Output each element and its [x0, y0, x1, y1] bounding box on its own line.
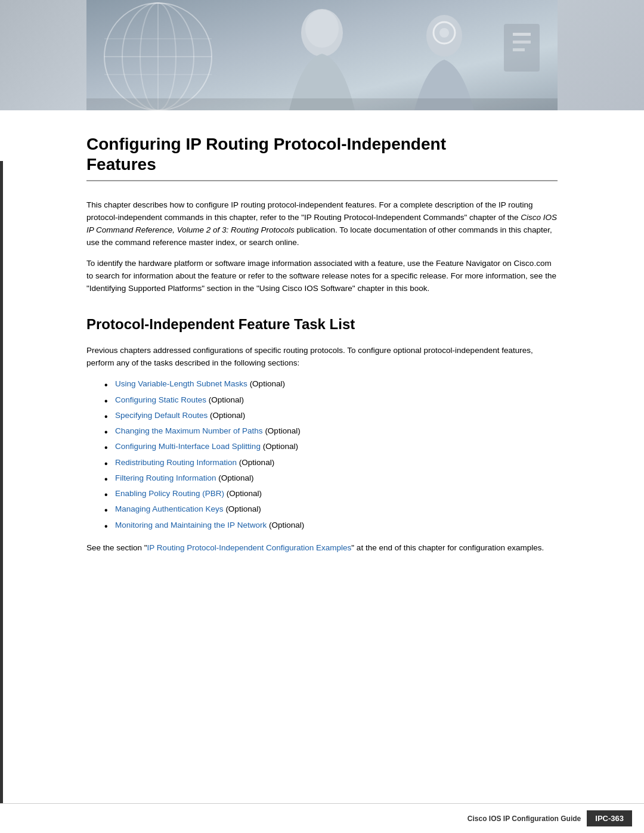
- svg-rect-14: [513, 48, 525, 51]
- list-item: Managing Authentication Keys (Optional): [104, 503, 558, 515]
- list-item: Changing the Maximum Number of Paths (Op…: [104, 425, 558, 437]
- task-link-5[interactable]: Redistributing Routing Information: [115, 458, 237, 467]
- optional-label: (Optional): [206, 395, 244, 404]
- intro-paragraph-2: To identify the hardware platform or sof…: [86, 258, 558, 295]
- section-heading: Protocol-Independent Feature Task List: [86, 316, 558, 333]
- chapter-title-section: Configuring IP Routing Protocol-Independ…: [86, 134, 558, 181]
- header-svg: [86, 0, 558, 110]
- task-link-6[interactable]: Filtering Routing Information: [115, 473, 216, 482]
- section-heading-area: Protocol-Independent Feature Task List: [86, 316, 558, 333]
- task-link-7[interactable]: Enabling Policy Routing (PBR): [115, 489, 224, 498]
- section-intro-text: Previous chapters addressed configuratio…: [86, 345, 558, 370]
- intro-paragraph-1: This chapter describes how to configure …: [86, 199, 558, 249]
- list-item: Configuring Static Routes (Optional): [104, 394, 558, 406]
- header-image-inner: [86, 0, 558, 110]
- svg-point-16: [439, 28, 449, 38]
- optional-label: (Optional): [224, 489, 262, 498]
- task-link-4[interactable]: Configuring Multi-Interface Load Splitti…: [115, 442, 261, 451]
- list-item: Enabling Policy Routing (PBR) (Optional): [104, 488, 558, 500]
- content-wrapper: Configuring IP Routing Protocol-Independ…: [86, 110, 558, 833]
- task-list: Using Variable-Length Subnet Masks (Opti…: [104, 378, 558, 531]
- optional-label: (Optional): [216, 473, 254, 482]
- list-item: Redistributing Routing Information (Opti…: [104, 457, 558, 469]
- list-item: Using Variable-Length Subnet Masks (Opti…: [104, 378, 558, 390]
- task-link-3[interactable]: Changing the Maximum Number of Paths: [115, 426, 263, 435]
- chapter-title: Configuring IP Routing Protocol-Independ…: [86, 134, 558, 174]
- task-link-2[interactable]: Specifying Default Routes: [115, 411, 208, 420]
- svg-rect-13: [513, 41, 531, 44]
- footer-guide-text: Cisco IOS IP Configuration Guide: [467, 815, 581, 823]
- page-container: Configuring IP Routing Protocol-Independ…: [0, 0, 644, 833]
- optional-label: (Optional): [247, 379, 285, 388]
- see-section-text: See the section "IP Routing Protocol-Ind…: [86, 542, 558, 555]
- list-item: Configuring Multi-Interface Load Splitti…: [104, 441, 558, 453]
- optional-label: (Optional): [263, 426, 301, 435]
- list-item: Filtering Routing Information (Optional): [104, 472, 558, 484]
- optional-label: (Optional): [261, 442, 298, 451]
- svg-rect-17: [86, 98, 558, 110]
- task-link-1[interactable]: Configuring Static Routes: [115, 395, 206, 404]
- page-footer: Cisco IOS IP Configuration Guide IPC-363: [0, 803, 644, 833]
- header-image: [0, 0, 644, 110]
- task-link-0[interactable]: Using Variable-Length Subnet Masks: [115, 379, 247, 388]
- list-item: Specifying Default Routes (Optional): [104, 410, 558, 422]
- optional-label: (Optional): [224, 504, 261, 513]
- optional-label: (Optional): [237, 458, 274, 467]
- optional-label: (Optional): [267, 521, 304, 529]
- left-sidebar-bar: [0, 161, 3, 803]
- intro-section: This chapter describes how to configure …: [86, 199, 558, 295]
- svg-rect-11: [504, 24, 540, 72]
- svg-point-9: [305, 10, 339, 48]
- see-section-link[interactable]: IP Routing Protocol-Independent Configur…: [147, 543, 352, 552]
- footer-right: Cisco IOS IP Configuration Guide IPC-363: [467, 810, 644, 826]
- optional-label: (Optional): [208, 411, 245, 420]
- task-link-8[interactable]: Managing Authentication Keys: [115, 504, 224, 513]
- task-link-9[interactable]: Monitoring and Maintaining the IP Networ…: [115, 521, 267, 529]
- footer-page-number: IPC-363: [587, 810, 632, 826]
- svg-rect-12: [513, 33, 531, 36]
- list-item: Monitoring and Maintaining the IP Networ…: [104, 519, 558, 531]
